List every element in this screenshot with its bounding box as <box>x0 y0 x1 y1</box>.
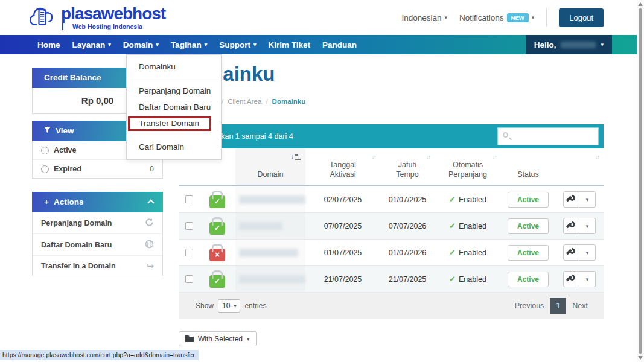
scroll-down-arrow-icon[interactable] <box>638 356 643 360</box>
status-active-button[interactable]: Active <box>508 272 549 287</box>
nav-item-tagihan[interactable]: Tagihan▾ <box>171 40 207 49</box>
table-footer: Show 10 ▾ entries Previous 1 Next <box>179 293 604 319</box>
logo-tagline: Web Hosting Indonesia <box>62 23 165 30</box>
entries-label: entries <box>244 302 266 310</box>
action-perpanjang-domain[interactable]: Perpanjang Domain <box>33 212 162 234</box>
nav-item-panduan[interactable]: Panduan <box>322 40 357 49</box>
browser-scrollbar[interactable] <box>637 0 644 362</box>
row-dropdown-button[interactable]: ▾ <box>579 271 596 287</box>
wrench-icon <box>567 275 576 284</box>
menu-item-domainku[interactable]: Domainku <box>127 57 221 77</box>
notifications-menu[interactable]: Notifications NEW ▾ <box>459 13 534 22</box>
main-navbar: Home Layanan▾ Domain▾ Tagihan▾ Support▾ … <box>0 35 637 54</box>
radio-expired[interactable] <box>41 165 49 173</box>
domain-name-redacted[interactable] <box>239 249 298 257</box>
row-dropdown-button[interactable]: ▾ <box>579 244 596 261</box>
current-page-button[interactable]: 1 <box>550 298 566 314</box>
col-status[interactable]: Status <box>501 148 555 185</box>
with-selected-button[interactable]: With Selected ▾ <box>179 331 257 346</box>
table-row: 21/07/2025 21/07/2025 ✓Enabled Active ▾ <box>179 266 604 293</box>
table-row: 07/07/2025 07/07/2026 ✓Enabled Active ▾ <box>179 213 604 240</box>
scroll-up-arrow-icon[interactable] <box>638 2 643 6</box>
previous-page-button[interactable]: Previous <box>509 298 550 314</box>
caret-down-icon: ▾ <box>586 197 589 203</box>
row-dropdown-button[interactable]: ▾ <box>579 191 596 208</box>
manage-wrench-button[interactable] <box>563 271 579 287</box>
action-transfer-in-domain[interactable]: Transfer in a Domain ↪ <box>33 256 162 276</box>
row-checkbox[interactable] <box>185 275 193 283</box>
table-header-row: Domain ↓ Tanggal Aktivasi ↓↑ Jatuh Tempo… <box>179 148 604 186</box>
scrollbar-thumb[interactable] <box>639 8 642 354</box>
caret-down-icon: ▾ <box>532 14 535 21</box>
due-date: 01/07/2026 <box>389 249 427 257</box>
caret-down-icon: ▾ <box>205 42 208 48</box>
actions-panel: +Actions Perpanjang Domain Daftar Domain… <box>32 192 163 276</box>
show-label: Show <box>196 302 214 310</box>
radio-active[interactable] <box>41 147 49 154</box>
domain-dropdown-menu: Domainku Perpanjang Domain Daftar Domain… <box>126 54 222 160</box>
manage-wrench-button[interactable] <box>563 244 579 261</box>
status-active-button[interactable]: Active <box>508 192 549 208</box>
view-option-expired[interactable]: Expired 0 <box>33 160 162 178</box>
row-checkbox[interactable] <box>185 222 193 230</box>
domain-name-redacted[interactable] <box>239 222 282 230</box>
caret-down-icon: ▾ <box>156 42 159 48</box>
domain-name-redacted[interactable] <box>239 195 305 204</box>
nav-item-home[interactable]: Home <box>37 40 60 49</box>
table-search-input[interactable] <box>497 127 599 145</box>
sort-both-icon: ↓↑ <box>493 153 497 162</box>
logout-button[interactable]: Logout <box>559 8 604 27</box>
status-active-button[interactable]: Active <box>508 218 549 234</box>
caret-down-icon: ▾ <box>234 303 236 309</box>
col-actions[interactable]: ↓↑ <box>555 148 604 185</box>
row-checkbox[interactable] <box>185 195 193 203</box>
refresh-icon <box>145 218 154 228</box>
pagination: Previous 1 Next <box>509 298 594 314</box>
cloud-server-logo-icon <box>29 5 56 32</box>
manage-wrench-button[interactable] <box>563 191 579 208</box>
action-daftar-domain-baru[interactable]: Daftar Domain Baru <box>33 234 162 256</box>
account-menu[interactable]: Hello, ▾ <box>526 35 612 54</box>
activation-date: 21/07/2025 <box>324 275 362 284</box>
menu-item-cari-domain[interactable]: Cari Domain <box>127 138 221 157</box>
sort-asc-icon: ↓ <box>291 153 301 160</box>
actions-header[interactable]: +Actions <box>32 192 163 212</box>
nav-item-layanan[interactable]: Layanan▾ <box>72 40 111 49</box>
table-row: 01/07/2025 01/07/2026 ✓Enabled Active ▾ <box>179 240 604 266</box>
col-jatuh-tempo[interactable]: Jatuh Tempo ↓↑ <box>380 148 435 185</box>
link-preview-status-bar: https://manage.plasawebhost.com/cart.php… <box>0 350 199 360</box>
row-dropdown-button[interactable]: ▾ <box>579 218 596 234</box>
nav-item-domain[interactable]: Domain▾ <box>123 40 159 49</box>
breadcrumb-client-area[interactable]: Client Area <box>228 98 261 105</box>
client-area-page: plasawebhost Web Hosting Indonesia Indon… <box>0 0 644 362</box>
col-otomatis-perpanjang[interactable]: Otomatis Perpanjang ↓↑ <box>435 148 501 185</box>
page-size-select[interactable]: 10 ▾ <box>218 299 240 313</box>
status-active-button[interactable]: Active <box>508 245 549 261</box>
search-icon <box>503 132 508 138</box>
new-badge: NEW <box>507 13 529 22</box>
expired-count: 0 <box>150 165 154 173</box>
table-toolbar: Menampilkan 1 sampai 4 dari 4 <box>179 124 604 148</box>
next-page-button[interactable]: Next <box>566 298 594 314</box>
chevron-up-icon <box>147 199 154 206</box>
menu-item-perpanjang-domain[interactable]: Perpanjang Domain <box>127 83 221 99</box>
wrench-icon <box>567 248 576 257</box>
nav-item-support[interactable]: Support▾ <box>219 40 256 49</box>
col-tanggal-aktivasi[interactable]: Tanggal Aktivasi ↓↑ <box>305 148 380 185</box>
logo[interactable]: plasawebhost Web Hosting Indonesia <box>29 5 165 32</box>
col-domain[interactable]: Domain ↓ <box>235 148 305 185</box>
username-redacted <box>561 42 596 48</box>
nav-item-kirim-tiket[interactable]: Kirim Tiket <box>268 40 310 49</box>
menu-item-daftar-domain-baru[interactable]: Daftar Domain Baru <box>127 99 221 115</box>
caret-down-icon: ▾ <box>601 42 604 48</box>
due-date: 21/07/2025 <box>389 275 427 284</box>
row-checkbox[interactable] <box>185 249 193 256</box>
check-icon: ✓ <box>449 248 456 257</box>
sort-both-icon: ↓↑ <box>426 153 430 162</box>
language-selector[interactable]: Indonesian ▾ <box>401 13 447 22</box>
menu-item-transfer-domain[interactable]: Transfer Domain <box>127 115 221 132</box>
domain-name-redacted[interactable] <box>239 275 305 284</box>
manage-wrench-button[interactable] <box>563 218 579 234</box>
breadcrumb-domainku: Domainku <box>272 98 306 105</box>
lock-ok-icon <box>209 195 225 208</box>
